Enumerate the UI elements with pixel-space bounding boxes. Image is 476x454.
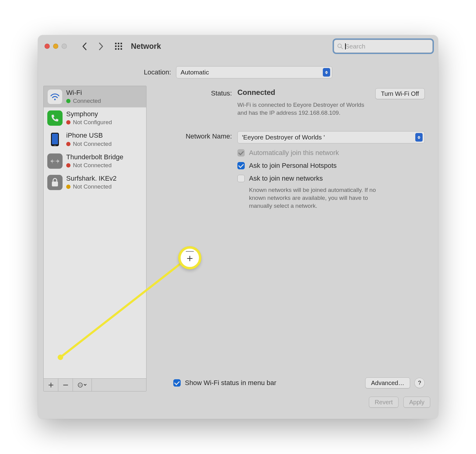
- show-menu-checkbox[interactable]: [173, 379, 181, 387]
- svg-rect-17: [52, 182, 58, 186]
- forward-button[interactable]: [94, 40, 108, 52]
- svg-rect-6: [115, 48, 117, 50]
- svg-rect-4: [118, 45, 119, 47]
- revert-button[interactable]: Revert: [369, 397, 398, 408]
- status-dot-icon: [66, 99, 70, 103]
- svg-line-10: [341, 47, 343, 49]
- service-status: Not Configured: [66, 119, 112, 126]
- svg-rect-2: [121, 43, 122, 44]
- service-icon: ⟨⋯⟩: [47, 153, 63, 169]
- show-all-button[interactable]: [113, 40, 125, 52]
- toolbar: Network Search: [38, 35, 438, 58]
- network-name-label: Network Name:: [160, 131, 232, 140]
- location-label: Location:: [144, 68, 171, 76]
- service-icon: [47, 175, 63, 190]
- auto-join-checkbox-row: Automatically join this network: [237, 149, 425, 157]
- content-area: Wi-FiConnectedSymphonyNot ConfigurediPho…: [38, 78, 438, 391]
- location-value: Automatic: [181, 69, 209, 76]
- status-description: Wi-Fi is connected to Eeyore Destroyer o…: [237, 101, 369, 117]
- service-actions-button[interactable]: [73, 379, 92, 391]
- search-field[interactable]: Search: [334, 40, 433, 53]
- status-dot-icon: [66, 163, 70, 168]
- service-name: Surfshark. IKEv2: [66, 175, 117, 182]
- service-item-wi-fi[interactable]: Wi-FiConnected: [44, 86, 146, 107]
- show-menu-checkbox-row[interactable]: Show Wi-Fi status in menu bar: [173, 379, 276, 387]
- svg-point-9: [338, 44, 341, 48]
- add-service-button[interactable]: [44, 379, 58, 391]
- service-icon: [47, 132, 63, 147]
- svg-point-19: [79, 385, 80, 385]
- service-name: Wi-Fi: [66, 89, 101, 96]
- turn-wifi-off-button[interactable]: Turn Wi-Fi Off: [375, 88, 425, 99]
- service-list-panel: Wi-FiConnectedSymphonyNot ConfigurediPho…: [43, 86, 146, 391]
- help-button[interactable]: ?: [414, 378, 425, 388]
- minus-icon: [63, 382, 68, 388]
- close-window-button[interactable]: [45, 44, 50, 49]
- ask-new-label: Ask to join new networks: [249, 175, 323, 182]
- status-dot-icon: [66, 120, 70, 124]
- service-item-surfshark-ikev2[interactable]: Surfshark. IKEv2Not Connected: [44, 172, 146, 193]
- svg-rect-5: [121, 45, 122, 47]
- window-footer: Revert Apply: [38, 391, 438, 419]
- advanced-button[interactable]: Advanced…: [365, 377, 410, 388]
- network-preferences-window: Network Search Location: Automatic Wi-F: [38, 35, 438, 419]
- location-select[interactable]: Automatic: [176, 66, 332, 78]
- service-item-iphone-usb[interactable]: iPhone USBNot Connected: [44, 129, 146, 150]
- search-icon: [337, 43, 343, 49]
- svg-rect-7: [118, 48, 119, 50]
- service-name: Symphony: [66, 110, 112, 118]
- svg-text:⟨⋯⟩: ⟨⋯⟩: [51, 159, 59, 164]
- service-name: iPhone USB: [66, 132, 112, 139]
- network-name-value: 'Eeyore Destroyer of Worlds ': [242, 134, 325, 141]
- ask-hotspot-checkbox[interactable]: [237, 162, 245, 169]
- service-icon: [47, 89, 63, 104]
- auto-join-checkbox: [237, 149, 245, 157]
- chevron-left-icon: [82, 42, 87, 51]
- stepper-icon: [415, 133, 423, 142]
- back-button[interactable]: [78, 40, 91, 52]
- service-icon: [47, 110, 63, 126]
- svg-point-11: [54, 99, 56, 100]
- service-item-symphony[interactable]: SymphonyNot Configured: [44, 107, 146, 129]
- service-list[interactable]: Wi-FiConnectedSymphonyNot ConfigurediPho…: [44, 86, 146, 378]
- zoom-window-button[interactable]: [62, 44, 67, 49]
- grid-icon: [115, 42, 123, 50]
- service-status: Not Connected: [66, 183, 117, 190]
- service-status: Not Connected: [66, 141, 112, 147]
- page-title: Network: [131, 42, 161, 51]
- service-item-thunderbolt-bridge[interactable]: ⟨⋯⟩Thunderbolt BridgeNot Connected: [44, 150, 146, 172]
- stepper-icon: [323, 68, 330, 77]
- plus-icon: [48, 382, 54, 388]
- minimize-window-button[interactable]: [53, 44, 58, 49]
- location-row: Location: Automatic: [38, 66, 438, 78]
- svg-point-21: [81, 385, 81, 385]
- chevron-right-icon: [98, 42, 104, 51]
- ask-hotspot-checkbox-row[interactable]: Ask to join Personal Hotspots: [237, 162, 425, 170]
- search-placeholder: Search: [345, 43, 366, 50]
- status-dot-icon: [66, 142, 70, 146]
- ask-new-checkbox[interactable]: [237, 175, 245, 182]
- svg-rect-0: [115, 43, 117, 44]
- svg-rect-3: [115, 45, 117, 47]
- service-status: Connected: [66, 98, 101, 104]
- status-label: Status:: [160, 88, 232, 97]
- service-list-footer: [44, 378, 146, 391]
- window-controls: [45, 44, 67, 49]
- remove-service-button[interactable]: [58, 379, 73, 391]
- network-name-select[interactable]: 'Eeyore Destroyer of Worlds ': [237, 131, 425, 143]
- service-name: Thunderbolt Bridge: [66, 153, 123, 161]
- apply-button[interactable]: Apply: [403, 397, 430, 408]
- status-value: Connected: [237, 88, 369, 97]
- ellipsis-chevron-icon: [78, 382, 87, 388]
- svg-rect-8: [121, 48, 122, 50]
- service-detail-panel: Status: Connected Wi-Fi is connected to …: [152, 86, 433, 391]
- show-menu-label: Show Wi-Fi status in menu bar: [185, 379, 276, 387]
- service-status: Not Connected: [66, 162, 123, 169]
- svg-point-20: [80, 385, 81, 385]
- known-networks-description: Known networks will be joined automatica…: [237, 186, 381, 210]
- svg-rect-1: [118, 43, 119, 44]
- ask-hotspot-label: Ask to join Personal Hotspots: [249, 162, 337, 170]
- status-dot-icon: [66, 185, 70, 189]
- ask-new-checkbox-row[interactable]: Ask to join new networks: [237, 175, 425, 182]
- auto-join-label: Automatically join this network: [249, 149, 339, 157]
